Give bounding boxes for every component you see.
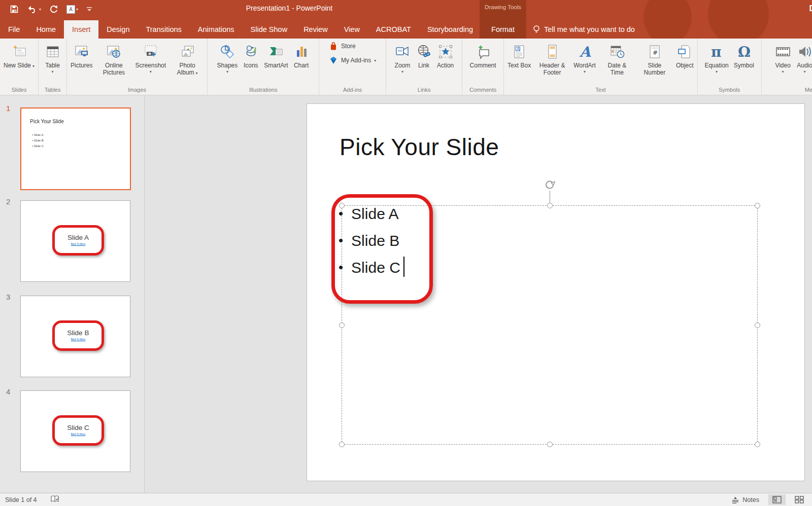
slide-sorter-view-button[interactable] bbox=[791, 494, 808, 505]
button-label: Object bbox=[676, 62, 694, 69]
action-button[interactable]: Action bbox=[434, 40, 456, 86]
thumbnail-slide-3[interactable]: Slide B Back To Menu bbox=[20, 296, 130, 377]
photo-album-button[interactable]: Photo Album▾ bbox=[168, 40, 206, 86]
header-footer-icon bbox=[544, 42, 560, 62]
button-label: Text Box bbox=[507, 62, 531, 69]
symbol-button[interactable]: Ω Symbol bbox=[731, 40, 757, 86]
resize-handle-bottom-middle[interactable] bbox=[547, 442, 553, 447]
resize-handle-middle-right[interactable] bbox=[755, 322, 760, 328]
tab-slide-show[interactable]: Slide Show bbox=[243, 20, 296, 39]
tab-insert[interactable]: Insert bbox=[64, 20, 98, 39]
notes-icon bbox=[731, 496, 739, 503]
my-add-ins-icon bbox=[329, 56, 338, 65]
thumbnail-number-3: 3 bbox=[6, 293, 10, 301]
comment-button[interactable]: Comment bbox=[467, 40, 499, 86]
resize-handle-middle-left[interactable] bbox=[339, 322, 345, 328]
smartart-button[interactable]: SmartArt bbox=[261, 40, 290, 86]
annotation-red-box: Slide C Back To Menu bbox=[52, 415, 104, 446]
slide-number-button[interactable]: # Slide Number bbox=[636, 40, 673, 86]
notes-button[interactable]: Notes bbox=[727, 495, 763, 505]
thumbnail-4-title: Slide C bbox=[55, 424, 101, 431]
resize-handle-top-middle[interactable] bbox=[547, 203, 553, 208]
action-star-icon bbox=[437, 42, 454, 62]
spell-check-icon[interactable] bbox=[50, 495, 60, 505]
object-button[interactable]: Object bbox=[673, 40, 696, 86]
store-button[interactable]: Store bbox=[329, 42, 376, 51]
symbol-omega-icon: Ω bbox=[736, 42, 752, 62]
text-box-button[interactable]: A Text Box bbox=[505, 40, 533, 86]
header-footer-button[interactable]: Header & Footer bbox=[533, 40, 571, 86]
back-to-menu-link[interactable]: Back To Menu bbox=[55, 338, 101, 341]
save-icon[interactable] bbox=[7, 4, 21, 15]
thumbnail-number-4: 4 bbox=[6, 387, 10, 396]
button-label: Equation bbox=[704, 62, 728, 69]
button-label: Symbol bbox=[734, 62, 754, 69]
group-label-tables: Tables bbox=[40, 86, 65, 95]
thumbnail-slide-4[interactable]: Slide C Back To Menu bbox=[20, 390, 130, 472]
link-button[interactable]: Link bbox=[413, 40, 434, 86]
thumbnail-slide-1[interactable]: Pick Your Slide Slide A Slide B Slide C bbox=[20, 107, 131, 190]
button-label: Zoom bbox=[395, 62, 411, 69]
online-pictures-button[interactable]: Online Pictures bbox=[95, 40, 132, 86]
thumbnail-slide-2[interactable]: Slide A Back To Menu bbox=[20, 200, 130, 282]
wordart-button[interactable]: A WordArt▾ bbox=[571, 40, 598, 86]
slide-title[interactable]: Pick Your Slide bbox=[340, 133, 499, 161]
hyperlink-globe-icon bbox=[416, 42, 432, 62]
rotate-handle-icon[interactable] bbox=[544, 179, 555, 193]
group-label-text: Text bbox=[505, 86, 696, 95]
tab-view[interactable]: View bbox=[336, 20, 368, 39]
zoom-button[interactable]: Zoom▾ bbox=[392, 40, 413, 86]
date-time-button[interactable]: Date & Time bbox=[598, 40, 636, 86]
group-label-links: Links bbox=[387, 86, 461, 95]
tab-design[interactable]: Design bbox=[98, 20, 138, 39]
new-slide-button[interactable]: New Slide▾ bbox=[1, 40, 37, 86]
drawing-tools-label: Drawing Tools bbox=[480, 4, 526, 10]
button-label: Audio bbox=[797, 62, 812, 69]
object-icon bbox=[676, 42, 693, 62]
shapes-button[interactable]: Shapes▾ bbox=[215, 40, 241, 86]
decorative-blob bbox=[708, 0, 769, 39]
slide-editing-area[interactable]: Pick Your Slide Slide A Slide B Slid bbox=[307, 103, 805, 481]
tab-acrobat[interactable]: ACROBAT bbox=[368, 20, 419, 39]
resize-handle-top-right[interactable] bbox=[755, 203, 760, 208]
slide-thumbnail-panel: 1 Pick Your Slide Slide A Slide B Slide … bbox=[0, 96, 145, 493]
ribbon-tab-bar: File Home Insert Design Transitions Anim… bbox=[0, 20, 481, 39]
resize-handle-bottom-right[interactable] bbox=[755, 442, 760, 447]
group-label-comments: Comments bbox=[463, 86, 502, 95]
normal-view-button[interactable] bbox=[768, 494, 786, 505]
pictures-button[interactable]: Pictures bbox=[68, 40, 95, 86]
audio-icon bbox=[797, 42, 812, 62]
tab-file[interactable]: File bbox=[0, 20, 28, 39]
button-label: Screenshot bbox=[135, 62, 166, 69]
video-button[interactable]: Video▾ bbox=[772, 40, 794, 86]
my-add-ins-button[interactable]: My Add-ins ▾ bbox=[329, 56, 376, 65]
tell-me-box[interactable]: Tell me what you want to do bbox=[533, 20, 635, 39]
tab-review[interactable]: Review bbox=[295, 20, 336, 39]
audio-button[interactable]: Audio▾ bbox=[794, 40, 812, 86]
screenshot-button[interactable]: Screenshot▾ bbox=[132, 40, 168, 86]
undo-icon[interactable]: ▾ bbox=[24, 4, 44, 15]
equation-button[interactable]: π Equation▾ bbox=[702, 40, 731, 86]
tab-transitions[interactable]: Transitions bbox=[138, 20, 189, 39]
button-label: Photo Album bbox=[177, 62, 195, 76]
tab-format[interactable]: Format bbox=[480, 20, 526, 39]
tab-home[interactable]: Home bbox=[28, 20, 64, 39]
tab-animations[interactable]: Animations bbox=[190, 20, 243, 39]
customize-quick-access-icon[interactable] bbox=[84, 5, 95, 14]
table-button[interactable]: Table▾ bbox=[42, 40, 63, 86]
ribbon: New Slide▾ Slides Table▾ Tables bbox=[0, 39, 812, 95]
undo-dropdown-caret[interactable]: ▾ bbox=[39, 7, 41, 12]
icons-button[interactable]: Icons bbox=[240, 40, 261, 86]
button-label: Link bbox=[418, 62, 429, 69]
back-to-menu-link[interactable]: Back To Menu bbox=[55, 433, 101, 436]
resize-handle-bottom-left[interactable] bbox=[339, 442, 345, 447]
back-to-menu-link[interactable]: Back To Menu bbox=[55, 243, 101, 245]
contextual-tab-group: Drawing Tools Format bbox=[480, 0, 526, 39]
redo-icon[interactable] bbox=[47, 4, 61, 15]
font-style-a-icon[interactable]: A▾ bbox=[64, 4, 81, 15]
tab-storyboarding[interactable]: Storyboarding bbox=[419, 20, 481, 39]
ribbon-group-slides: New Slide▾ Slides bbox=[0, 39, 39, 95]
thumbnail-3-title: Slide B bbox=[55, 329, 101, 337]
store-bag-icon bbox=[329, 42, 338, 51]
chart-button[interactable]: Chart bbox=[291, 40, 312, 86]
